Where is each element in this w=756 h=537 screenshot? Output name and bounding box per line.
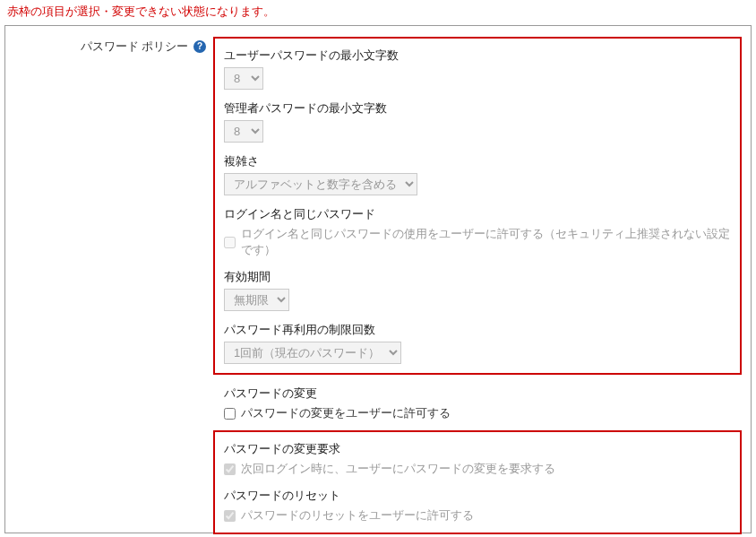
pw-change-checkbox[interactable] (224, 408, 236, 420)
field-pw-change-req: パスワードの変更要求 次回ログイン時に、ユーザーにパスワードの変更を要求する (224, 441, 731, 477)
pw-change-req-checkbox (224, 463, 236, 475)
section-label-text: パスワード ポリシー (81, 39, 189, 53)
pw-reset-checkbox (224, 510, 236, 522)
pw-reset-label: パスワードのリセット (224, 488, 731, 504)
expiry-select: 無期限 (224, 289, 289, 311)
field-complexity: 複雑さ アルファベットと数字を含める (224, 153, 731, 195)
field-pw-reset: パスワードのリセット パスワードのリセットをユーザーに許可する (224, 488, 731, 524)
expiry-label: 有効期間 (224, 269, 731, 285)
help-icon[interactable]: ? (193, 40, 206, 53)
field-min-user: ユーザーパスワードの最小文字数 8 (224, 48, 731, 90)
reuse-label: パスワード再利用の制限回数 (224, 322, 731, 338)
complexity-label: 複雑さ (224, 153, 731, 169)
same-as-login-checkbox (224, 237, 236, 248)
pw-change-block: パスワードの変更 パスワードの変更をユーザーに許可する (213, 382, 742, 430)
locked-group-2: パスワードの変更要求 次回ログイン時に、ユーザーにパスワードの変更を要求する パ… (213, 430, 742, 534)
field-same-as-login: ログイン名と同じパスワード ログイン名と同じパスワードの使用をユーザーに許可する… (224, 206, 731, 258)
same-as-login-cb-label: ログイン名と同じパスワードの使用をユーザーに許可する（セキュリティ上推奨されない… (241, 226, 731, 258)
section-label: パスワード ポリシー ? (14, 37, 213, 537)
pw-reset-row: パスワードのリセットをユーザーに許可する (224, 507, 731, 524)
min-user-label: ユーザーパスワードの最小文字数 (224, 48, 731, 64)
min-admin-select: 8 (224, 120, 263, 143)
pw-reset-cb-label: パスワードのリセットをユーザーに許可する (241, 507, 474, 524)
pw-change-row[interactable]: パスワードの変更をユーザーに許可する (224, 405, 731, 421)
pw-change-cb-label: パスワードの変更をユーザーに許可する (241, 405, 451, 421)
complexity-select: アルファベットと数字を含める (224, 173, 417, 195)
pw-change-req-row: 次回ログイン時に、ユーザーにパスワードの変更を要求する (224, 461, 731, 477)
alert-locked-items: 赤枠の項目が選択・変更できない状態になります。 (0, 0, 756, 25)
min-admin-label: 管理者パスワードの最小文字数 (224, 100, 731, 117)
pw-change-req-label: パスワードの変更要求 (224, 441, 731, 457)
locked-group-1: ユーザーパスワードの最小文字数 8 管理者パスワードの最小文字数 8 複雑さ ア… (213, 37, 742, 375)
section-content: ユーザーパスワードの最小文字数 8 管理者パスワードの最小文字数 8 複雑さ ア… (213, 37, 742, 537)
same-as-login-label: ログイン名と同じパスワード (224, 206, 731, 222)
settings-panel: パスワード ポリシー ? ユーザーパスワードの最小文字数 8 管理者パスワードの… (4, 25, 752, 533)
same-as-login-row: ログイン名と同じパスワードの使用をユーザーに許可する（セキュリティ上推奨されない… (224, 226, 731, 258)
field-min-admin: 管理者パスワードの最小文字数 8 (224, 100, 731, 143)
field-expiry: 有効期間 無期限 (224, 269, 731, 311)
pw-change-label: パスワードの変更 (224, 385, 731, 402)
reuse-select: 1回前（現在のパスワード） (224, 342, 401, 364)
field-reuse: パスワード再利用の制限回数 1回前（現在のパスワード） (224, 322, 731, 364)
pw-change-req-cb-label: 次回ログイン時に、ユーザーにパスワードの変更を要求する (241, 461, 555, 477)
min-user-select: 8 (224, 67, 263, 90)
